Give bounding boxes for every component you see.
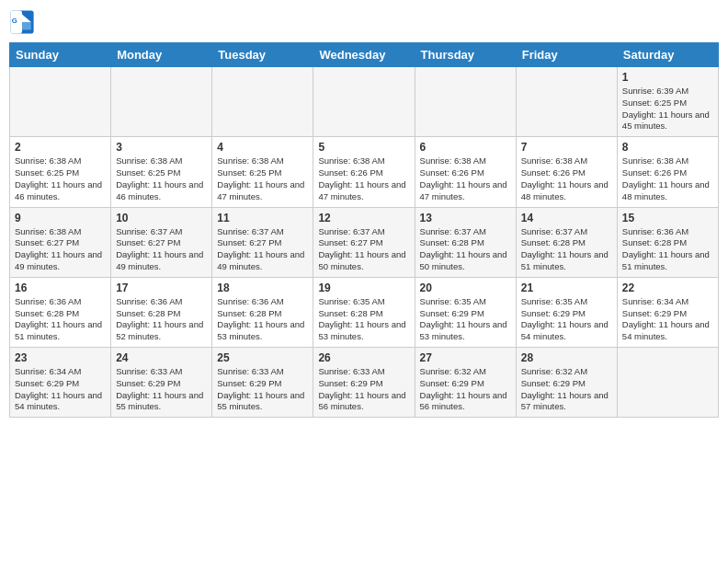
page-header: G: [9, 9, 719, 35]
day-info: Sunrise: 6:39 AM Sunset: 6:25 PM Dayligh…: [622, 86, 713, 132]
weekday-header-tuesday: Tuesday: [212, 43, 313, 67]
day-info: Sunrise: 6:35 AM Sunset: 6:28 PM Dayligh…: [318, 296, 409, 343]
calendar-cell: 4Sunrise: 6:38 AM Sunset: 6:25 PM Daylig…: [212, 137, 313, 207]
calendar-cell: 9Sunrise: 6:38 AM Sunset: 6:27 PM Daylig…: [10, 207, 111, 277]
calendar-cell: 18Sunrise: 6:36 AM Sunset: 6:28 PM Dayli…: [212, 277, 313, 347]
day-number: 16: [15, 282, 106, 294]
day-info: Sunrise: 6:36 AM Sunset: 6:28 PM Dayligh…: [116, 296, 207, 343]
calendar-table: SundayMondayTuesdayWednesdayThursdayFrid…: [9, 42, 719, 418]
day-number: 24: [116, 351, 207, 364]
calendar-cell: 16Sunrise: 6:36 AM Sunset: 6:28 PM Dayli…: [10, 277, 111, 347]
day-number: 20: [420, 282, 511, 294]
calendar-cell: 2Sunrise: 6:38 AM Sunset: 6:25 PM Daylig…: [10, 137, 111, 207]
calendar-cell: [415, 67, 516, 137]
svg-marker-2: [22, 22, 31, 29]
week-row-5: 23Sunrise: 6:34 AM Sunset: 6:29 PM Dayli…: [10, 348, 719, 418]
day-number: 9: [15, 212, 106, 224]
calendar-cell: [617, 348, 718, 418]
calendar-cell: 25Sunrise: 6:33 AM Sunset: 6:29 PM Dayli…: [212, 348, 313, 418]
day-number: 8: [622, 141, 713, 154]
day-number: 2: [15, 141, 106, 154]
day-number: 6: [420, 141, 511, 154]
calendar-cell: 6Sunrise: 6:38 AM Sunset: 6:26 PM Daylig…: [415, 137, 516, 207]
weekday-header-sunday: Sunday: [10, 43, 111, 67]
weekday-header-monday: Monday: [111, 43, 212, 67]
day-number: 10: [116, 212, 207, 224]
calendar-cell: 7Sunrise: 6:38 AM Sunset: 6:26 PM Daylig…: [516, 137, 617, 207]
calendar-cell: 5Sunrise: 6:38 AM Sunset: 6:26 PM Daylig…: [313, 137, 415, 207]
day-info: Sunrise: 6:33 AM Sunset: 6:29 PM Dayligh…: [116, 366, 207, 413]
week-row-1: 1Sunrise: 6:39 AM Sunset: 6:25 PM Daylig…: [10, 67, 719, 137]
calendar-cell: 21Sunrise: 6:35 AM Sunset: 6:29 PM Dayli…: [516, 277, 617, 347]
day-info: Sunrise: 6:38 AM Sunset: 6:25 PM Dayligh…: [15, 155, 106, 202]
day-number: 11: [217, 212, 308, 224]
day-number: 15: [622, 212, 713, 224]
day-info: Sunrise: 6:38 AM Sunset: 6:26 PM Dayligh…: [318, 155, 409, 202]
day-number: 21: [521, 282, 612, 294]
weekday-header-thursday: Thursday: [415, 43, 516, 67]
calendar-cell: 12Sunrise: 6:37 AM Sunset: 6:27 PM Dayli…: [313, 207, 415, 277]
svg-text:G: G: [12, 17, 17, 25]
day-info: Sunrise: 6:37 AM Sunset: 6:27 PM Dayligh…: [217, 226, 308, 273]
day-info: Sunrise: 6:36 AM Sunset: 6:28 PM Dayligh…: [217, 296, 308, 343]
day-number: 23: [15, 351, 106, 364]
calendar-cell: 24Sunrise: 6:33 AM Sunset: 6:29 PM Dayli…: [111, 348, 212, 418]
weekday-header-saturday: Saturday: [617, 43, 718, 67]
calendar-cell: 3Sunrise: 6:38 AM Sunset: 6:25 PM Daylig…: [111, 137, 212, 207]
day-number: 26: [318, 351, 409, 364]
day-info: Sunrise: 6:38 AM Sunset: 6:26 PM Dayligh…: [521, 155, 612, 202]
calendar-cell: 15Sunrise: 6:36 AM Sunset: 6:28 PM Dayli…: [617, 207, 718, 277]
day-info: Sunrise: 6:32 AM Sunset: 6:29 PM Dayligh…: [420, 366, 511, 413]
calendar-cell: 8Sunrise: 6:38 AM Sunset: 6:26 PM Daylig…: [617, 137, 718, 207]
calendar-cell: [10, 67, 111, 137]
calendar-cell: 17Sunrise: 6:36 AM Sunset: 6:28 PM Dayli…: [111, 277, 212, 347]
day-info: Sunrise: 6:35 AM Sunset: 6:29 PM Dayligh…: [420, 296, 511, 343]
day-number: 27: [420, 351, 511, 364]
weekday-header-wednesday: Wednesday: [313, 43, 415, 67]
calendar-cell: [111, 67, 212, 137]
day-number: 22: [622, 282, 713, 294]
calendar-cell: 20Sunrise: 6:35 AM Sunset: 6:29 PM Dayli…: [415, 277, 516, 347]
day-number: 13: [420, 212, 511, 224]
day-number: 3: [116, 141, 207, 154]
day-info: Sunrise: 6:32 AM Sunset: 6:29 PM Dayligh…: [521, 366, 612, 413]
day-number: 19: [318, 282, 409, 294]
day-info: Sunrise: 6:38 AM Sunset: 6:26 PM Dayligh…: [420, 155, 511, 202]
day-number: 7: [521, 141, 612, 154]
day-number: 1: [622, 71, 713, 84]
calendar-cell: 19Sunrise: 6:35 AM Sunset: 6:28 PM Dayli…: [313, 277, 415, 347]
day-number: 14: [521, 212, 612, 224]
day-info: Sunrise: 6:34 AM Sunset: 6:29 PM Dayligh…: [622, 296, 713, 343]
week-row-4: 16Sunrise: 6:36 AM Sunset: 6:28 PM Dayli…: [10, 277, 719, 347]
day-info: Sunrise: 6:37 AM Sunset: 6:27 PM Dayligh…: [116, 226, 207, 273]
day-info: Sunrise: 6:36 AM Sunset: 6:28 PM Dayligh…: [15, 296, 106, 343]
weekday-header-friday: Friday: [516, 43, 617, 67]
calendar-page: G SundayMondayTuesdayWednesdayThursdayFr…: [0, 0, 728, 563]
logo-icon: G: [9, 9, 35, 35]
calendar-cell: 23Sunrise: 6:34 AM Sunset: 6:29 PM Dayli…: [10, 348, 111, 418]
week-row-3: 9Sunrise: 6:38 AM Sunset: 6:27 PM Daylig…: [10, 207, 719, 277]
day-info: Sunrise: 6:34 AM Sunset: 6:29 PM Dayligh…: [15, 366, 106, 413]
logo: G: [9, 9, 39, 35]
calendar-cell: [516, 67, 617, 137]
calendar-cell: 1Sunrise: 6:39 AM Sunset: 6:25 PM Daylig…: [617, 67, 718, 137]
day-info: Sunrise: 6:37 AM Sunset: 6:28 PM Dayligh…: [521, 226, 612, 273]
calendar-cell: 26Sunrise: 6:33 AM Sunset: 6:29 PM Dayli…: [313, 348, 415, 418]
calendar-cell: 14Sunrise: 6:37 AM Sunset: 6:28 PM Dayli…: [516, 207, 617, 277]
day-info: Sunrise: 6:38 AM Sunset: 6:25 PM Dayligh…: [217, 155, 308, 202]
calendar-cell: 11Sunrise: 6:37 AM Sunset: 6:27 PM Dayli…: [212, 207, 313, 277]
calendar-cell: 27Sunrise: 6:32 AM Sunset: 6:29 PM Dayli…: [415, 348, 516, 418]
day-info: Sunrise: 6:33 AM Sunset: 6:29 PM Dayligh…: [217, 366, 308, 413]
calendar-cell: [313, 67, 415, 137]
day-number: 17: [116, 282, 207, 294]
day-number: 4: [217, 141, 308, 154]
calendar-cell: [212, 67, 313, 137]
calendar-cell: 10Sunrise: 6:37 AM Sunset: 6:27 PM Dayli…: [111, 207, 212, 277]
day-number: 5: [318, 141, 409, 154]
calendar-cell: 28Sunrise: 6:32 AM Sunset: 6:29 PM Dayli…: [516, 348, 617, 418]
day-info: Sunrise: 6:36 AM Sunset: 6:28 PM Dayligh…: [622, 226, 713, 273]
day-info: Sunrise: 6:37 AM Sunset: 6:27 PM Dayligh…: [318, 226, 409, 273]
day-info: Sunrise: 6:38 AM Sunset: 6:25 PM Dayligh…: [116, 155, 207, 202]
day-number: 18: [217, 282, 308, 294]
day-number: 25: [217, 351, 308, 364]
